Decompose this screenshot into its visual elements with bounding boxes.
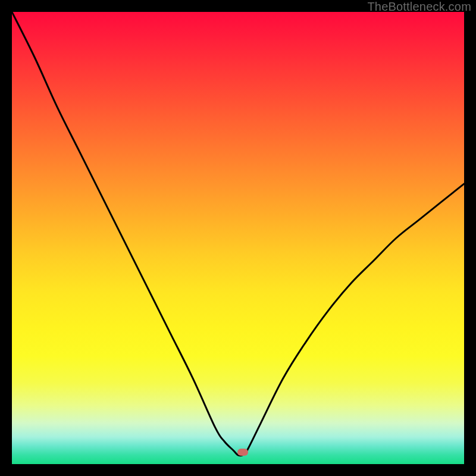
watermark-text: TheBottleneck.com [367,0,471,14]
optimal-marker [237,449,248,456]
plot-area [12,12,464,464]
bottleneck-curve [12,12,464,464]
chart-frame: TheBottleneck.com [0,0,476,476]
